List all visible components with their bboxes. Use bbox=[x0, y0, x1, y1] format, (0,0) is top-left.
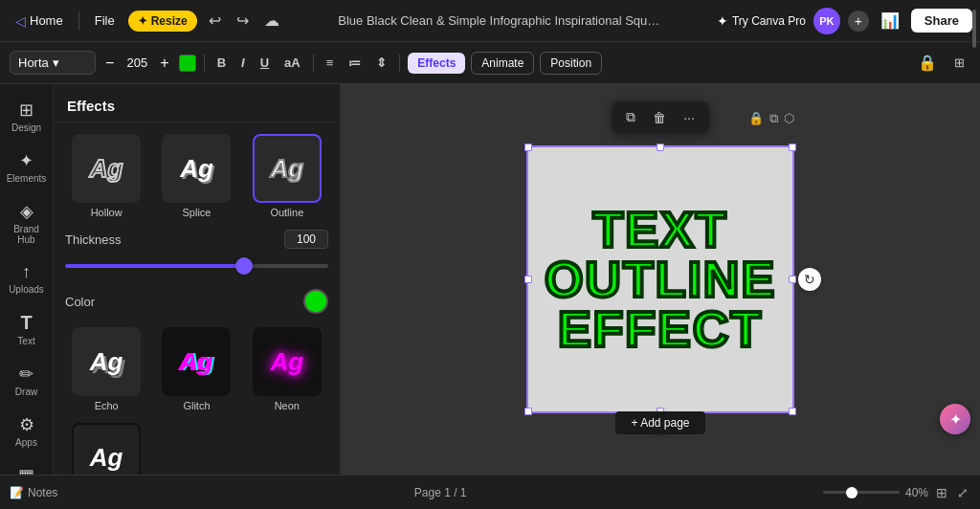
sidebar-item-elements[interactable]: ✦ Elements bbox=[4, 143, 50, 191]
elements-icon: ✦ bbox=[19, 150, 33, 171]
expand-canvas-icon[interactable]: ⬡ bbox=[784, 111, 794, 126]
toolbar-separator-2 bbox=[313, 55, 314, 72]
canvas-top-icons: 🔒 ⧉ ⬡ bbox=[748, 111, 794, 126]
text-color-swatch[interactable] bbox=[179, 55, 196, 72]
duplicate-button[interactable]: ⧉ bbox=[621, 106, 640, 128]
canvas-text-content[interactable]: TEXT OUTLINE EFFECT bbox=[545, 205, 776, 354]
sidebar-item-draw[interactable]: ✏ Draw bbox=[4, 356, 50, 405]
copy-canvas-icon[interactable]: ⧉ bbox=[769, 111, 778, 126]
uploads-icon: ↑ bbox=[22, 262, 31, 282]
position-button[interactable]: Position bbox=[540, 52, 602, 75]
notes-button[interactable]: 📝 Notes bbox=[10, 486, 57, 499]
resize-button[interactable]: ✦ Resize bbox=[128, 11, 197, 32]
zoom-level[interactable]: 40% bbox=[905, 486, 928, 499]
spacing-button[interactable]: ⇕ bbox=[371, 53, 391, 73]
document-title[interactable]: Blue Black Clean & Simple Infographic In… bbox=[338, 13, 663, 28]
canvas-area: ⧉ 🗑 ··· 🔒 ⧉ ⬡ bbox=[341, 84, 980, 475]
underline-button[interactable]: U bbox=[256, 53, 274, 73]
uploads-label: Uploads bbox=[9, 284, 44, 295]
sidebar-item-apps[interactable]: ⚙ Apps bbox=[4, 407, 50, 455]
color-section: Color bbox=[54, 285, 340, 327]
italic-button[interactable]: I bbox=[236, 53, 250, 73]
sidebar-item-text[interactable]: T Text bbox=[4, 304, 50, 354]
ai-magic-button[interactable]: ✦ bbox=[940, 404, 970, 434]
splice-preview: Ag bbox=[180, 154, 213, 184]
outline-label: Outline bbox=[270, 207, 303, 218]
brand-hub-label: Brand Hub bbox=[8, 224, 46, 245]
zoom-slider[interactable] bbox=[823, 491, 900, 494]
case-button[interactable]: aA bbox=[279, 53, 305, 73]
grid-view-button[interactable]: ⊞ bbox=[934, 483, 949, 502]
handle-top-right[interactable] bbox=[789, 144, 796, 151]
effect-item-neon[interactable]: Ag Neon bbox=[246, 327, 328, 411]
add-page-button[interactable]: + Add page bbox=[615, 411, 704, 434]
redo-button[interactable]: ↪ bbox=[231, 8, 255, 33]
analytics-button[interactable]: 📊 bbox=[877, 8, 903, 34]
handle-mid-left[interactable] bbox=[524, 276, 532, 283]
hollow-preview: Ag bbox=[90, 154, 123, 184]
lock-button[interactable]: 🔒 bbox=[912, 50, 943, 76]
rotate-handle[interactable]: ↻ bbox=[798, 268, 821, 291]
sidebar-item-design[interactable]: ⊞ Design bbox=[4, 92, 50, 141]
handle-top-mid[interactable] bbox=[657, 144, 664, 151]
effects-button[interactable]: Effects bbox=[408, 53, 465, 74]
color-row: Color bbox=[65, 285, 328, 318]
lock-canvas-icon[interactable]: 🔒 bbox=[748, 111, 764, 126]
design-canvas[interactable]: TEXT OUTLINE EFFECT ↻ ⊙ bbox=[526, 145, 794, 413]
sidebar-item-uploads[interactable]: ↑ Uploads bbox=[4, 254, 50, 302]
increase-font-size-button[interactable]: + bbox=[156, 53, 172, 74]
share-button[interactable]: Share bbox=[911, 9, 972, 33]
delete-button[interactable]: 🗑 bbox=[648, 107, 671, 128]
glitch-label: Glitch bbox=[183, 400, 210, 411]
thickness-slider-thumb[interactable] bbox=[235, 257, 253, 275]
sidebar-item-brand-hub[interactable]: ◈ Brand Hub bbox=[4, 193, 50, 253]
home-button[interactable]: ◁ Home bbox=[8, 10, 71, 33]
fullscreen-button[interactable]: ⤢ bbox=[955, 483, 970, 502]
thickness-input[interactable] bbox=[284, 230, 328, 249]
handle-top-left[interactable] bbox=[524, 144, 532, 151]
cloud-button[interactable]: ☁ bbox=[258, 8, 285, 33]
list-button[interactable]: ≔ bbox=[344, 53, 366, 73]
color-label: Color bbox=[65, 295, 95, 309]
icon-sidebar: ⊞ Design ✦ Elements ◈ Brand Hub ↑ Upload… bbox=[0, 84, 54, 475]
decrease-font-size-button[interactable]: − bbox=[101, 53, 118, 74]
resize-label: Resize bbox=[151, 14, 188, 28]
text-label: Text bbox=[17, 336, 34, 346]
thickness-slider[interactable] bbox=[65, 256, 328, 276]
canva-pro-button[interactable]: ✦ Try Canva Pro bbox=[717, 13, 806, 29]
user-avatar[interactable]: PK bbox=[813, 8, 840, 34]
home-icon: ◁ bbox=[15, 13, 26, 29]
color-picker-button[interactable] bbox=[303, 289, 328, 314]
effect-item-splice[interactable]: Ag Splice bbox=[155, 134, 237, 218]
separator bbox=[78, 11, 79, 31]
effects-grid-2: Ag Echo Ag Glitch Ag Neon bbox=[54, 327, 340, 423]
neon-preview: Ag bbox=[270, 347, 303, 377]
effect-item-background[interactable]: Ag Background bbox=[65, 423, 147, 475]
effect-item-echo[interactable]: Ag Echo bbox=[65, 327, 147, 411]
font-size-input[interactable] bbox=[120, 55, 154, 70]
more-button[interactable]: ⊞ bbox=[948, 52, 970, 74]
topbar-right: ✦ Try Canva Pro PK + 📊 Share bbox=[717, 8, 972, 34]
bold-button[interactable]: B bbox=[212, 53, 231, 73]
neon-label: Neon bbox=[275, 400, 300, 411]
undo-button[interactable]: ↩ bbox=[203, 8, 227, 33]
sidebar-item-projects[interactable]: ▦ Projects bbox=[4, 457, 50, 475]
avatar-initials: PK bbox=[819, 15, 834, 27]
file-menu-button[interactable]: File bbox=[87, 10, 122, 32]
zoom-controls: 40% ⊞ ⤢ bbox=[823, 483, 970, 502]
more-options-button[interactable]: ··· bbox=[679, 107, 700, 128]
font-selector[interactable]: Horta ▾ bbox=[10, 51, 96, 75]
zoom-slider-thumb[interactable] bbox=[846, 487, 858, 498]
effect-thumb-echo: Ag bbox=[72, 327, 141, 396]
canva-star-icon: ✦ bbox=[717, 13, 728, 29]
brand-hub-icon: ◈ bbox=[20, 201, 33, 222]
canvas-wrapper: ⧉ 🗑 ··· 🔒 ⧉ ⬡ bbox=[526, 145, 794, 413]
align-left-button[interactable]: ≡ bbox=[322, 53, 339, 73]
add-team-button[interactable]: + bbox=[848, 11, 869, 32]
effect-item-outline[interactable]: Ag Outline bbox=[246, 134, 328, 218]
effect-item-glitch[interactable]: Ag Glitch bbox=[155, 327, 237, 411]
handle-mid-right[interactable] bbox=[789, 276, 796, 283]
effect-item-hollow[interactable]: Ag Hollow bbox=[65, 134, 147, 218]
animate-button[interactable]: Animate bbox=[471, 52, 534, 75]
elements-label: Elements bbox=[7, 173, 47, 184]
